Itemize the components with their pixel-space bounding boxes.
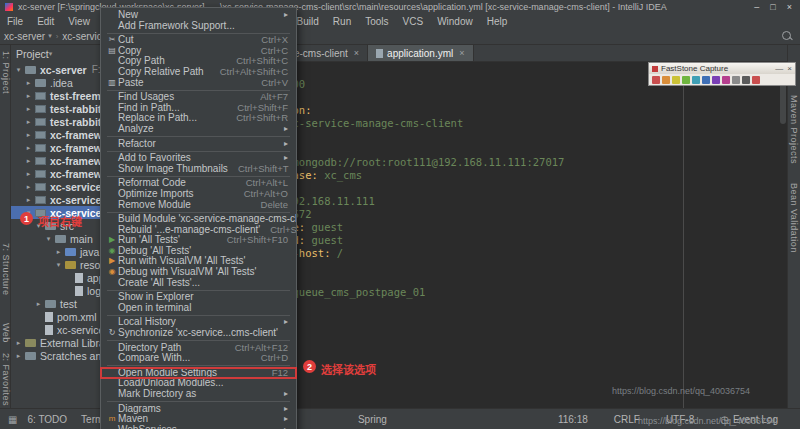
toolwindow-button-7-structure[interactable]: 7: Structure xyxy=(1,243,11,296)
statusbar-6-todo[interactable]: 6: TODO xyxy=(27,414,67,425)
menu-item-optimize-imports[interactable]: Optimize ImportsCtrl+Alt+O xyxy=(101,189,296,200)
folder-icon xyxy=(55,235,66,243)
yaml-value: guest xyxy=(305,234,343,247)
menu-item-open-module-settings[interactable]: Open Module SettingsF12 xyxy=(101,368,296,379)
menu-item-debug-all-tests[interactable]: ◉Debug 'All Tests' xyxy=(101,246,296,257)
close-button[interactable]: × xyxy=(787,2,792,12)
faststone-tool-icon[interactable] xyxy=(722,76,730,84)
toolwindow-button-bean-validation[interactable]: Bean Validation xyxy=(789,183,799,253)
csdn-watermark: https://blog.csdn.net/qq_40036754 xyxy=(612,386,750,396)
menu-item-show-in-explorer[interactable]: Show in Explorer xyxy=(101,292,296,303)
faststone-tool-icon[interactable] xyxy=(752,76,760,84)
statusbar-crlf[interactable]: CRLF xyxy=(614,414,640,425)
module-icon xyxy=(35,183,46,191)
toolwindow-button-2-favorites[interactable]: 2: Favorites xyxy=(1,353,11,406)
menu-shortcut: Ctrl+Alt+Shift+C xyxy=(210,67,288,78)
statusbar-116-18[interactable]: 116:18 xyxy=(558,414,588,425)
faststone-tool-icon[interactable] xyxy=(702,76,710,84)
chevron-down-icon[interactable]: ▾ xyxy=(49,50,53,58)
menu-item-paste[interactable]: ▥PasteCtrl+V xyxy=(101,78,296,89)
menu-item-remove-module[interactable]: Remove ModuleDelete xyxy=(101,200,296,211)
faststone-tool-icon[interactable] xyxy=(672,76,680,84)
module-icon xyxy=(35,92,46,100)
close-tab-icon[interactable]: × xyxy=(459,48,464,58)
menu-item-reformat-code[interactable]: Reformat CodeCtrl+Alt+L xyxy=(101,178,296,189)
menu-item-replace-in-path[interactable]: Replace in Path...Ctrl+Shift+R xyxy=(101,113,296,124)
annotation-step-1-badge: 1 xyxy=(20,212,33,225)
menu-separator xyxy=(107,290,290,291)
menu-item-webservices[interactable]: WebServices▸ xyxy=(101,425,296,429)
menu-item-copy-path[interactable]: Copy PathCtrl+Shift+C xyxy=(101,56,296,67)
menu-item-run-all-tests[interactable]: ▶Run 'All Tests'Ctrl+Shift+F10 xyxy=(101,235,296,246)
menu-separator xyxy=(107,90,290,91)
file-icon xyxy=(45,312,53,322)
faststone-tool-icon[interactable] xyxy=(712,76,720,84)
menu-item-add-to-favorites[interactable]: Add to Favorites▸ xyxy=(101,153,296,164)
menu-item-add-framework-support[interactable]: Add Framework Support... xyxy=(101,21,296,32)
menu-item-copy[interactable]: ▤CopyCtrl+C xyxy=(101,46,296,57)
editor-scrollbar[interactable] xyxy=(780,82,786,124)
menu-item-synchronize-xc-service-cms-client[interactable]: ↻Synchronize 'xc-service...cms-client' xyxy=(101,328,296,339)
menu-item-label: Synchronize 'xc-service...cms-client' xyxy=(118,328,278,339)
faststone-tool-icon[interactable] xyxy=(692,76,700,84)
toolwindow-switcher-icon[interactable]: ▦ xyxy=(8,414,17,425)
menubar-item-tools[interactable]: Tools xyxy=(358,16,395,27)
menu-item-diagrams[interactable]: Diagrams▸ xyxy=(101,404,296,415)
annotation-step-1-label: 项目右键 xyxy=(38,213,82,229)
faststone-title-bar[interactable]: FastStone Capture — × xyxy=(649,63,795,74)
menu-item-run-with-visualvm-all-tests[interactable]: ▶Run with VisualVM 'All Tests' xyxy=(101,256,296,267)
submenu-arrow-icon: ▸ xyxy=(284,153,288,164)
menubar-item-run[interactable]: Run xyxy=(326,16,358,27)
statusbar-spring[interactable]: Spring xyxy=(358,414,387,425)
menu-item-find-in-path[interactable]: Find in Path...Ctrl+Shift+F xyxy=(101,103,296,114)
menu-item-rebuild-e-manage-cms-client[interactable]: Rebuild '...e-manage-cms-client'Ctrl+Shi… xyxy=(101,225,296,236)
editor-tab-application-yml[interactable]: application.yml× xyxy=(368,45,473,61)
project-panel-title[interactable]: Project xyxy=(16,48,49,60)
faststone-tool-icon[interactable] xyxy=(682,76,690,84)
minimize-button[interactable]: – xyxy=(754,2,759,12)
menu-item-find-usages[interactable]: Find UsagesAlt+F7 xyxy=(101,92,296,103)
menu-item-local-history[interactable]: Local History▸ xyxy=(101,317,296,328)
menu-item-copy-relative-path[interactable]: Copy Relative PathCtrl+Alt+Shift+C xyxy=(101,67,296,78)
menu-item-build-module-xc-service-manage-cms-client[interactable]: Build Module 'xc-service-manage-cms-clie… xyxy=(101,214,296,225)
chevron-right-icon: ▸ xyxy=(24,144,33,152)
menubar-item-help[interactable]: Help xyxy=(480,16,515,27)
menu-item-compare-with[interactable]: Compare With...Ctrl+D xyxy=(101,353,296,364)
chevron-right-icon: ▸ xyxy=(24,118,33,126)
toolwindow-button-web[interactable]: Web xyxy=(1,323,11,343)
menu-item-debug-with-visualvm-all-tests[interactable]: ◉Debug with VisualVM 'All Tests' xyxy=(101,267,296,278)
menu-item-label: Show Image Thumbnails xyxy=(118,164,228,175)
faststone-tool-icon[interactable] xyxy=(742,76,750,84)
menu-item-label: New xyxy=(118,10,138,21)
faststone-tool-icon[interactable] xyxy=(732,76,740,84)
menu-item-analyze[interactable]: Analyze▸ xyxy=(101,124,296,135)
menubar-item-view[interactable]: View xyxy=(61,16,97,27)
menu-item-directory-path[interactable]: Directory PathCtrl+Alt+F12 xyxy=(101,343,296,354)
breadcrumb-project[interactable]: xc-server ▾ xyxy=(0,31,56,42)
menu-item-new[interactable]: New▸ xyxy=(101,10,296,21)
menu-item-mark-directory-as[interactable]: Mark Directory as▸ xyxy=(101,389,296,400)
menubar-item-file[interactable]: File xyxy=(0,16,30,27)
menu-item-create-all-tests[interactable]: Create 'All Tests'... xyxy=(101,278,296,289)
toolwindow-button-maven-projects[interactable]: Maven Projects xyxy=(789,95,799,164)
faststone-tool-icon[interactable] xyxy=(652,76,660,84)
menu-item-open-in-terminal[interactable]: Open in terminal xyxy=(101,303,296,314)
menubar-item-vcs[interactable]: VCS xyxy=(396,16,431,27)
menu-item-cut[interactable]: ✂CutCtrl+X xyxy=(101,35,296,46)
menubar-item-window[interactable]: Window xyxy=(430,16,480,27)
close-tab-icon[interactable]: × xyxy=(354,48,359,58)
faststone-close-icon[interactable]: × xyxy=(787,64,792,73)
toolwindow-button-1-project[interactable]: 1: Project xyxy=(1,51,11,94)
search-everywhere-button[interactable] xyxy=(782,31,791,42)
menu-item-maven[interactable]: mMaven▸ xyxy=(101,414,296,425)
maximize-button[interactable]: □ xyxy=(770,2,775,12)
menu-item-load-unload-modules[interactable]: Load/Unload Modules... xyxy=(101,378,296,389)
source-icon xyxy=(65,248,76,256)
faststone-minimize-icon[interactable]: — xyxy=(775,64,783,73)
menu-item-show-image-thumbnails[interactable]: Show Image ThumbnailsCtrl+Shift+T xyxy=(101,164,296,175)
faststone-tool-icon[interactable] xyxy=(662,76,670,84)
menubar-item-edit[interactable]: Edit xyxy=(30,16,61,27)
menu-item-refactor[interactable]: Refactor▸ xyxy=(101,139,296,150)
chevron-down-icon: ▾ xyxy=(44,235,53,243)
menu-item-label: Load/Unload Modules... xyxy=(118,378,224,389)
